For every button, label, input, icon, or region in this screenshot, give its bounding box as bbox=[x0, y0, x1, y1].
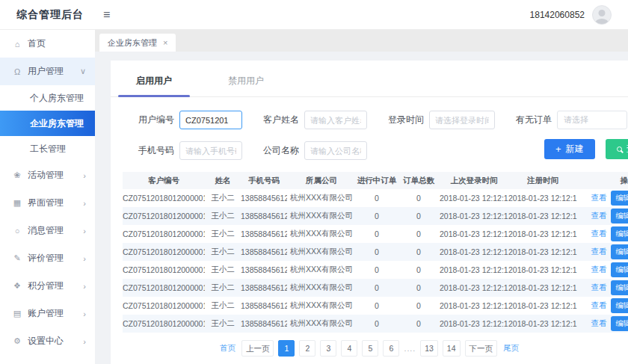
sidebar-item-activity-management[interactable]: ❀活动管理› bbox=[0, 161, 95, 189]
sidebar-item-account-management[interactable]: ▤账户管理› bbox=[0, 300, 95, 327]
page-button-3[interactable]: 3 bbox=[320, 340, 336, 357]
row-actions: 查看编辑禁用 bbox=[577, 191, 628, 206]
table-cell: 2018-01-23 12:12:12 bbox=[508, 261, 577, 279]
row-actions: 查看编辑禁用 bbox=[577, 298, 628, 313]
hamburger-menu-icon[interactable]: ≡ bbox=[103, 9, 110, 21]
search-button[interactable]: 查询 bbox=[606, 139, 628, 159]
table-cell: 杭州XXX有限公司 bbox=[287, 189, 356, 207]
view-link[interactable]: 查看 bbox=[591, 318, 607, 329]
edit-button[interactable]: 编辑 bbox=[611, 280, 628, 295]
view-link[interactable]: 查看 bbox=[591, 229, 607, 239]
edit-button[interactable]: 编辑 bbox=[611, 262, 628, 277]
edit-button[interactable]: 编辑 bbox=[611, 226, 628, 241]
view-link[interactable]: 查看 bbox=[591, 193, 607, 203]
sidebar-item-message-management[interactable]: ○消息管理› bbox=[0, 217, 95, 244]
sidebar-item-label: 消息管理 bbox=[28, 224, 64, 237]
table-cell: 13858845612 bbox=[241, 315, 287, 333]
view-link[interactable]: 查看 bbox=[591, 283, 607, 293]
table-cell: 2018-01-23 12:12:12 bbox=[508, 297, 577, 315]
page-button-2[interactable]: 2 bbox=[299, 340, 315, 357]
sidebar-item-label: 账户管理 bbox=[28, 307, 64, 320]
edit-button[interactable]: 编辑 bbox=[611, 244, 628, 259]
chevron-right-icon: › bbox=[83, 226, 86, 235]
user-avatar[interactable] bbox=[592, 5, 612, 25]
page-button-1[interactable]: 1 bbox=[278, 340, 295, 357]
sidebar-item-points-management[interactable]: ❖积分管理› bbox=[0, 272, 95, 300]
table-cell-actions: 查看编辑禁用 bbox=[577, 225, 628, 243]
window-tab-enterprise-landlord[interactable]: 企业房东管理 × bbox=[99, 34, 176, 52]
table-cell: 0 bbox=[356, 261, 398, 279]
table-row: CZ07512018012000001王小二13858845612杭州XXX有限… bbox=[123, 207, 628, 225]
page-button-6[interactable]: 6 bbox=[383, 340, 399, 357]
tab-enabled-users[interactable]: 启用用户 bbox=[118, 68, 190, 96]
has-order-select[interactable]: 请选择 bbox=[557, 111, 627, 129]
table-cell: 0 bbox=[356, 189, 398, 207]
page-link-尾页[interactable]: 尾页 bbox=[502, 343, 520, 354]
edit-button[interactable]: 编辑 bbox=[611, 298, 628, 313]
sidebar-item-user-management[interactable]: Ω用户管理∨ bbox=[0, 58, 95, 85]
page-button-13[interactable]: 13 bbox=[420, 340, 438, 357]
page-button-5[interactable]: 5 bbox=[362, 340, 378, 357]
table-cell: CZ07512018012000001 bbox=[123, 279, 205, 297]
table-cell: 2018-01-23 12:12:12 bbox=[440, 261, 508, 279]
user-no-input[interactable] bbox=[179, 111, 242, 129]
avatar-person-icon bbox=[599, 10, 606, 16]
table-cell: 王小二 bbox=[205, 261, 241, 279]
table-cell: 2018-01-23 12:12:12... bbox=[508, 315, 577, 333]
message-icon: ○ bbox=[12, 226, 22, 235]
chevron-right-icon: › bbox=[83, 337, 86, 346]
column-header: 订单总数 bbox=[398, 172, 440, 189]
column-header: 手机号码 bbox=[241, 172, 287, 189]
sidebar-item-ui-management[interactable]: ▦界面管理› bbox=[0, 189, 95, 217]
table-cell: 王小二 bbox=[205, 207, 241, 225]
view-link[interactable]: 查看 bbox=[591, 247, 607, 257]
view-link[interactable]: 查看 bbox=[591, 265, 607, 275]
table-cell-actions: 查看编辑禁用 bbox=[577, 279, 628, 297]
table-cell: 0 bbox=[398, 297, 440, 315]
sidebar-subitem-foreman-management[interactable]: 工长管理 bbox=[0, 136, 95, 161]
sidebar-item-home[interactable]: ⌂首页 bbox=[0, 30, 95, 58]
edit-button[interactable]: 编辑 bbox=[611, 191, 628, 206]
table-header-row: 客户编号姓名手机号码所属公司进行中订单订单总数上次登录时间注册时间操作 bbox=[123, 172, 628, 189]
edit-button[interactable]: 编辑 bbox=[611, 316, 628, 331]
edit-button[interactable]: 编辑 bbox=[611, 209, 628, 223]
table-cell-actions: 查看编辑禁用 bbox=[577, 315, 628, 333]
table-cell: 2018-01-23 12:12:12 bbox=[440, 189, 508, 207]
close-icon[interactable]: × bbox=[163, 38, 167, 47]
login-time-picker[interactable] bbox=[429, 111, 495, 129]
evaluation-icon: ✎ bbox=[12, 253, 22, 263]
column-header: 进行中订单 bbox=[356, 172, 398, 189]
search-icon bbox=[617, 146, 622, 152]
customer-name-input[interactable] bbox=[304, 111, 367, 129]
points-icon: ❖ bbox=[12, 281, 22, 291]
table-cell: 王小二 bbox=[205, 189, 241, 207]
sidebar-subitem-enterprise-landlord[interactable]: 企业房东管理 bbox=[0, 111, 95, 136]
create-button[interactable]: + 新建 bbox=[544, 139, 595, 159]
table-cell: 2018-01-23 12:12:12 bbox=[440, 279, 508, 297]
page-button-14[interactable]: 14 bbox=[443, 340, 461, 357]
page-button-4[interactable]: 4 bbox=[341, 340, 357, 357]
table-cell: 0 bbox=[356, 225, 398, 243]
table-row: CZ07512018012000001王小二13858845612杭州XXX有限… bbox=[123, 243, 628, 261]
sidebar-item-settings-center[interactable]: ⚙设置中心› bbox=[0, 327, 95, 355]
table-cell: 0 bbox=[398, 207, 440, 225]
tab-disabled-users[interactable]: 禁用用户 bbox=[210, 68, 282, 96]
table-cell: CZ07512018012000001 bbox=[123, 207, 205, 225]
view-link[interactable]: 查看 bbox=[591, 300, 607, 311]
table-row: CZ07512018012000001王小二13858845612杭州XXX有限… bbox=[123, 225, 628, 243]
table-cell: 0 bbox=[356, 207, 398, 225]
phone-input[interactable] bbox=[179, 141, 242, 160]
page-button-下一页[interactable]: 下一页 bbox=[465, 340, 498, 357]
table-cell: CZ07512018012000001 bbox=[123, 189, 205, 207]
sidebar-item-evaluation-management[interactable]: ✎评价管理› bbox=[0, 244, 95, 272]
page-button-上一页[interactable]: 上一页 bbox=[241, 340, 274, 357]
page-link-首页[interactable]: 首页 bbox=[218, 343, 237, 354]
row-actions: 查看编辑禁用 bbox=[577, 244, 628, 259]
user-icon: Ω bbox=[12, 67, 22, 76]
company-name-input[interactable] bbox=[304, 141, 367, 160]
chevron-right-icon: › bbox=[83, 199, 86, 208]
view-link[interactable]: 查看 bbox=[591, 211, 607, 221]
sidebar-subitem-personal-landlord[interactable]: 个人房东管理 bbox=[0, 85, 95, 111]
chevron-right-icon: › bbox=[83, 309, 86, 318]
pagination: 首页上一页123456....1314下一页尾页 bbox=[111, 340, 628, 357]
